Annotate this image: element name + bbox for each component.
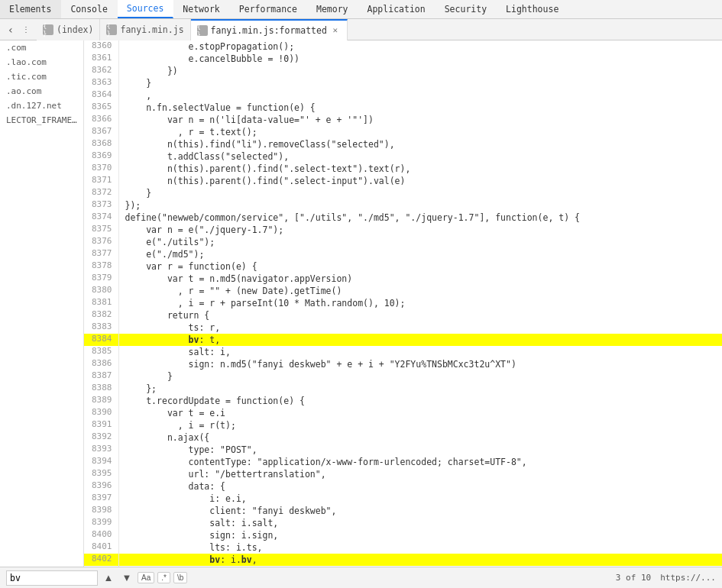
tab-overflow-btn[interactable]: ⋮ <box>18 22 34 37</box>
code-area[interactable]: 8360 e.stopPropagation();8361 e.cancelBu… <box>84 40 722 567</box>
line-number: 8378 <box>84 260 118 273</box>
line-code: var t = n.md5(navigator.appVersion) <box>118 273 722 285</box>
line-code: , i = r(t); <box>118 419 722 431</box>
line-number: 8401 <box>84 541 118 554</box>
line-code: n(this).parent().find(".select-text").te… <box>118 163 722 175</box>
nav-performance[interactable]: Performance <box>230 0 307 18</box>
nav-console[interactable]: Console <box>61 0 117 18</box>
sidebar-item-4[interactable]: .dn.127.net <box>0 99 83 113</box>
line-code: var n = n('li[data-value="' + e + '"']) <box>118 114 722 126</box>
table-row: 8382 return { <box>84 309 722 321</box>
table-row: 8397 i: e.i, <box>84 493 722 505</box>
nav-elements[interactable]: Elements <box>0 0 61 18</box>
table-row: 8387 } <box>84 370 722 383</box>
line-number: 8365 <box>84 102 118 114</box>
sidebar-item-1[interactable]: .lao.com <box>0 55 83 69</box>
table-row: 8367 , r = t.text(); <box>84 126 722 138</box>
table-row: 8366 var n = n('li[data-value="' + e + '… <box>84 114 722 126</box>
tab-fanyi-min[interactable]: { } fanyi.min.js <box>100 19 190 40</box>
search-next-btn[interactable]: ▼ <box>119 570 134 586</box>
line-code: } <box>118 370 722 383</box>
search-prev-btn[interactable]: ▲ <box>101 570 116 586</box>
line-number: 8392 <box>84 431 118 444</box>
table-row: 8390 var t = e.i <box>84 407 722 419</box>
tab-prev-btn[interactable]: ‹ <box>3 22 18 37</box>
nav-sources[interactable]: Sources <box>118 0 173 18</box>
table-row: 8369 t.addClass("selected"), <box>84 150 722 163</box>
table-row: 8370 n(this).parent().find(".select-text… <box>84 163 722 175</box>
line-number: 8384 <box>84 334 118 346</box>
line-number: 8367 <box>84 126 118 138</box>
search-input[interactable] <box>6 570 98 586</box>
table-row: 8399 salt: i.salt, <box>84 517 722 529</box>
line-code: client: "fanyi deskweb", <box>118 505 722 517</box>
table-row: 8378 var r = function(e) { <box>84 260 722 273</box>
top-nav-bar: Elements Console Sources Network Perform… <box>0 0 722 19</box>
line-number: 8398 <box>84 505 118 517</box>
line-number: 8372 <box>84 187 118 199</box>
line-number: 8394 <box>84 456 118 468</box>
line-code: , i = r + parseInt(10 * Math.random(), 1… <box>118 297 722 309</box>
table-row: 8377 e("./md5"); <box>84 248 722 260</box>
line-code: n.fn.selectValue = function(e) { <box>118 102 722 114</box>
line-code: e.stopPropagation(); <box>118 40 722 53</box>
nav-application[interactable]: Application <box>358 0 435 18</box>
code-table: 8360 e.stopPropagation();8361 e.cancelBu… <box>84 40 722 567</box>
table-row: 8392 n.ajax({ <box>84 431 722 444</box>
tab-bar-controls: ‹ ⋮ <box>0 22 37 37</box>
line-code: lts: i.ts, <box>118 541 722 554</box>
table-row: 8375 var n = e("./jquery-1.7"); <box>84 224 722 236</box>
line-code: e("./utils"); <box>118 236 722 248</box>
line-number: 8383 <box>84 321 118 334</box>
match-case-btn[interactable]: Aa <box>138 572 154 583</box>
line-code: salt: i, <box>118 346 722 358</box>
table-row: 8388 }; <box>84 383 722 395</box>
table-row: 8383 ts: r, <box>84 321 722 334</box>
table-row: 8402 bv: i.bv, <box>84 554 722 566</box>
table-row: 8379 var t = n.md5(navigator.appVersion) <box>84 273 722 285</box>
tab-fanyi-formatted[interactable]: { } fanyi.min.js:formatted ✕ <box>191 19 348 40</box>
table-row: 8393 type: "POST", <box>84 444 722 456</box>
table-row: 8376 e("./utils"); <box>84 236 722 248</box>
line-number: 8400 <box>84 529 118 541</box>
sidebar-item-2[interactable]: .tic.com <box>0 69 83 84</box>
table-row: 8372 } <box>84 187 722 199</box>
line-code: define("newweb/common/service", ["./util… <box>118 212 722 224</box>
tab-fanyi-min-icon: { } <box>106 24 117 35</box>
tab-index[interactable]: { } (index) <box>37 19 100 40</box>
line-code: data: { <box>118 480 722 493</box>
line-code: sign: i.sign, <box>118 529 722 541</box>
line-code: n.ajax({ <box>118 431 722 444</box>
line-code: i: e.i, <box>118 493 722 505</box>
line-number: 8380 <box>84 285 118 297</box>
regex-btn[interactable]: .* <box>157 572 170 583</box>
tab-close-btn[interactable]: ✕ <box>330 25 341 36</box>
whole-word-btn[interactable]: \b <box>173 572 187 583</box>
table-row: 8373}); <box>84 199 722 212</box>
sidebar-item-0[interactable]: .com <box>0 40 83 55</box>
line-code: , <box>118 89 722 102</box>
table-row: 8360 e.stopPropagation(); <box>84 40 722 53</box>
line-code: t.addClass("selected"), <box>118 150 722 163</box>
nav-lighthouse[interactable]: Lighthouse <box>497 0 568 18</box>
table-row: 8385 salt: i, <box>84 346 722 358</box>
line-code: ts: r, <box>118 321 722 334</box>
line-code: n(this).parent().find(".select-input").v… <box>118 175 722 187</box>
table-row: 8396 data: { <box>84 480 722 493</box>
line-number: 8362 <box>84 65 118 77</box>
table-row: 8391 , i = r(t); <box>84 419 722 431</box>
line-number: 8388 <box>84 383 118 395</box>
line-number: 8375 <box>84 224 118 236</box>
bottom-bar: ▲ ▼ Aa .* \b 3 of 10 https://... <box>0 567 722 588</box>
line-code: }; <box>118 383 722 395</box>
line-number: 8387 <box>84 370 118 383</box>
tab-fanyi-formatted-label: fanyi.min.js:formatted <box>211 25 327 36</box>
sidebar-item-3[interactable]: .ao.com <box>0 84 83 99</box>
sidebar-item-5[interactable]: LECTOR_IFRAME (fan <box>0 113 83 128</box>
nav-network[interactable]: Network <box>173 0 229 18</box>
line-code: n(this).find("li").removeClass("selected… <box>118 138 722 150</box>
nav-memory[interactable]: Memory <box>307 0 358 18</box>
line-code: e("./md5"); <box>118 248 722 260</box>
table-row: 8384 bv: t, <box>84 334 722 346</box>
nav-security[interactable]: Security <box>435 0 497 18</box>
